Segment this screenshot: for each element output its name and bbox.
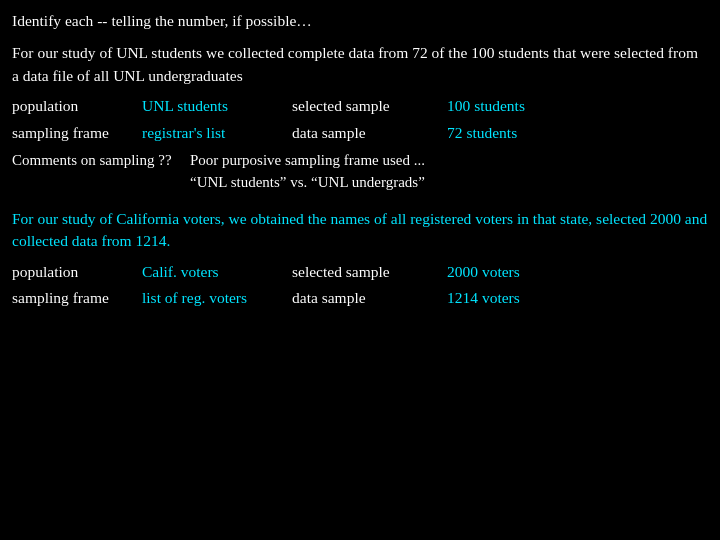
study1-population-value: UNL students <box>142 95 282 117</box>
study1-block: For our study of UNL students we collect… <box>12 42 708 193</box>
study1-row2: sampling frame registrar's list data sam… <box>12 122 708 144</box>
study1-selected-sample-label: selected sample <box>292 95 447 117</box>
study2-population-label: population <box>12 261 142 283</box>
study1-sampling-frame-value: registrar's list <box>142 122 282 144</box>
study2-selected-sample-value: 2000 voters <box>447 261 520 283</box>
study2-row2: sampling frame list of reg. voters data … <box>12 287 708 309</box>
study1-row1: population UNL students selected sample … <box>12 95 708 117</box>
comments-label: Comments on sampling ?? <box>12 150 182 194</box>
study2-sampling-frame-label: sampling frame <box>12 287 142 309</box>
study1-comments: Comments on sampling ?? Poor purposive s… <box>12 150 708 194</box>
study2-data-sample-value: 1214 voters <box>447 287 520 309</box>
study1-data-sample-label: data sample <box>292 122 447 144</box>
study2-sampling-frame-value: list of reg. voters <box>142 287 282 309</box>
comments-line1: Poor purposive sampling frame used ... <box>190 150 425 172</box>
study2-intro: For our study of California voters, we o… <box>12 208 708 253</box>
study1-selected-sample-value: 100 students <box>447 95 525 117</box>
study1-intro: For our study of UNL students we collect… <box>12 42 708 87</box>
comments-text: Poor purposive sampling frame used ... “… <box>190 150 425 194</box>
study2-selected-sample-label: selected sample <box>292 261 447 283</box>
study1-data-sample-value: 72 students <box>447 122 517 144</box>
study2-block: For our study of California voters, we o… <box>12 208 708 310</box>
study2-population-value: Calif. voters <box>142 261 282 283</box>
study1-population-label: population <box>12 95 142 117</box>
study2-data-sample-label: data sample <box>292 287 447 309</box>
study1-sampling-frame-label: sampling frame <box>12 122 142 144</box>
comments-line2: “UNL students” vs. “UNL undergrads” <box>190 172 425 194</box>
page-title: Identify each -- telling the number, if … <box>12 10 708 32</box>
study2-row1: population Calif. voters selected sample… <box>12 261 708 283</box>
